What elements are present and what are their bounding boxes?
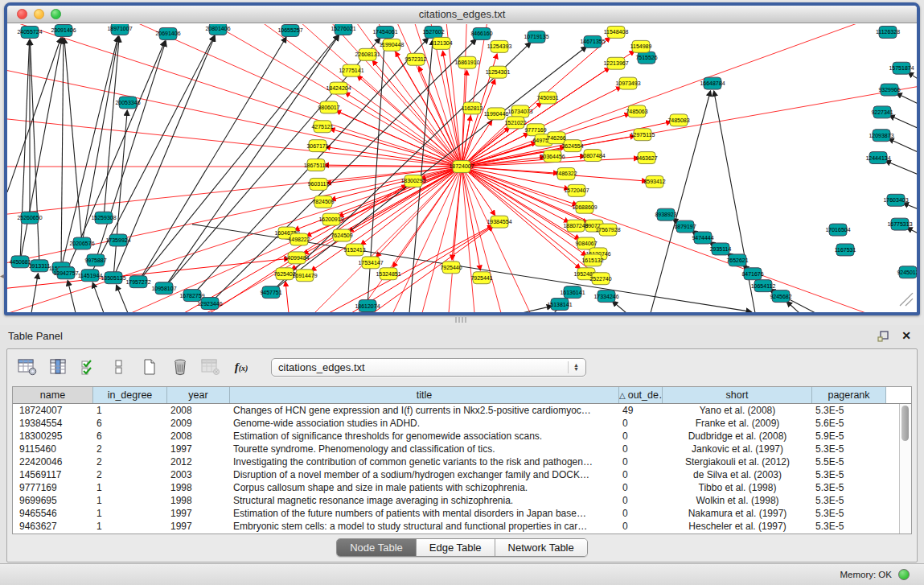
network-node[interactable]: 17334246 [593, 290, 618, 303]
network-node[interactable]: 1167531 [835, 244, 856, 256]
network-node[interactable]: 10719135 [524, 31, 548, 43]
network-node[interactable]: 3624554 [561, 140, 583, 152]
network-node[interactable]: 9806017 [318, 101, 339, 113]
table-row[interactable]: 1830029562008Estimation of significance … [13, 430, 911, 443]
select-all-icon[interactable] [78, 356, 99, 377]
network-node[interactable]: 7485083 [667, 114, 689, 126]
network-node[interactable]: 2522740 [589, 273, 611, 285]
column-header-in_degree[interactable]: in_degree [93, 387, 167, 403]
deselect-all-icon[interactable] [109, 356, 129, 377]
network-node[interactable]: 24055724 [17, 26, 42, 38]
network-node[interactable]: 11990446 [484, 108, 509, 120]
network-node[interactable]: 9227341 [871, 106, 893, 118]
network-node[interactable]: 7925440 [440, 262, 462, 274]
network-node[interactable]: 16648784 [700, 77, 725, 89]
window-titlebar[interactable]: citations_edges.txt [7, 6, 917, 23]
network-node[interactable]: 20801406 [205, 24, 230, 35]
network-node[interactable]: 7824509 [312, 196, 334, 208]
network-node[interactable]: 16136141 [560, 286, 585, 299]
close-window-button[interactable] [17, 9, 27, 19]
network-node[interactable]: 9572312 [405, 53, 426, 65]
table-row[interactable]: 911546021997Tourette syndrome. Phenomeno… [13, 443, 911, 455]
network-node[interactable]: 7450931 [536, 92, 558, 104]
delete-table-icon[interactable] [200, 356, 221, 377]
network-node[interactable]: 2935114 [710, 243, 732, 255]
network-node[interactable]: 20691406 [155, 27, 180, 39]
network-node[interactable]: 4275121 [311, 121, 333, 133]
network-node[interactable]: 12923446 [197, 298, 222, 310]
zoom-window-button[interactable] [51, 9, 61, 19]
network-node[interactable]: 18675113 [304, 159, 329, 171]
network-node[interactable]: 7624509 [331, 229, 352, 241]
network-node[interactable]: 11126328 [876, 26, 900, 38]
minimize-window-button[interactable] [34, 9, 44, 19]
function-builder-icon[interactable]: f(x) [231, 356, 252, 377]
network-node[interactable]: 17534147 [358, 257, 383, 269]
network-node[interactable]: 16861910 [454, 56, 479, 68]
network-node[interactable]: 6879197 [674, 220, 696, 233]
network-node[interactable]: 746266 [547, 132, 565, 144]
network-node[interactable]: 7485063 [626, 105, 647, 117]
network-node[interactable]: 11990448 [380, 39, 405, 51]
network-node[interactable]: 9245682 [770, 290, 791, 303]
network-node[interactable]: 20053346 [115, 97, 140, 109]
network-node[interactable]: 22608131 [355, 48, 380, 60]
table-mode-icon[interactable] [17, 356, 38, 377]
network-node[interactable]: 10973493 [615, 77, 640, 89]
network-node[interactable]: 1154989 [630, 40, 652, 52]
network-node[interactable]: 20364456 [540, 150, 565, 163]
network-node[interactable]: 16734073 [507, 105, 532, 117]
network-node[interactable]: 9457751 [260, 286, 281, 299]
network-node[interactable]: 1498222 [288, 233, 310, 245]
table-row[interactable]: 1872400712008Changes of HCN gene express… [13, 404, 911, 417]
show-columns-icon[interactable] [47, 356, 68, 377]
network-node[interactable]: 8593412 [643, 175, 665, 187]
network-node[interactable]: 9474444 [692, 232, 713, 244]
network-node[interactable]: 16200919 [318, 213, 343, 225]
network-node[interactable]: 1162813 [462, 102, 483, 114]
network-node[interactable]: 11548408 [604, 26, 629, 38]
network-node[interactable]: 15324851 [376, 268, 400, 280]
panel-collapse-arrow[interactable]: ◂ [0, 272, 4, 280]
network-node[interactable]: 16775313 [887, 218, 912, 230]
network-node[interactable]: 3067171 [306, 140, 328, 152]
network-node[interactable]: 19384554 [487, 216, 511, 228]
network-node[interactable]: 7652621 [726, 254, 748, 266]
column-header-name[interactable]: name [13, 387, 93, 403]
network-node[interactable]: 9245012 [897, 266, 917, 278]
memory-ok-indicator[interactable] [898, 569, 910, 580]
network-node[interactable]: 1527602 [422, 26, 444, 38]
table-select-dropdown[interactable]: citations_edges.txt ▲▼ [271, 358, 586, 377]
network-node[interactable]: 11254393 [487, 40, 512, 52]
float-panel-icon[interactable] [877, 330, 890, 343]
tab-node-table[interactable]: Node Table [337, 539, 417, 556]
network-node[interactable]: 9975887 [84, 254, 106, 266]
network-node[interactable]: 7515526 [635, 51, 657, 64]
network-node[interactable]: 3913311 [29, 260, 51, 272]
close-panel-icon[interactable]: ✕ [901, 329, 911, 342]
network-node[interactable]: 4450681 [9, 256, 31, 268]
network-node[interactable]: 14099484 [284, 252, 309, 264]
network-node[interactable]: 13942757 [53, 267, 78, 279]
network-node[interactable]: 8121304 [430, 37, 452, 49]
resize-grip-icon[interactable] [900, 293, 913, 306]
column-header-short[interactable]: short [663, 387, 812, 403]
network-node[interactable]: 10688609 [572, 201, 597, 213]
table-row[interactable]: 946362711997Embryonic stem cells: a mode… [13, 520, 911, 533]
network-node[interactable]: 17603403 [883, 194, 908, 206]
network-node[interactable]: 17957272 [125, 276, 150, 288]
network-node[interactable]: 17567928 [595, 224, 620, 236]
network-node[interactable]: 8938923 [655, 208, 676, 220]
network-node[interactable]: 9603117 [308, 178, 330, 190]
citation-network-graph[interactable]: 2405572423091406189710072069140620801406… [7, 24, 917, 312]
network-node[interactable]: 23091406 [51, 24, 76, 36]
table-row[interactable]: 969969511998Structural magnetic resonanc… [13, 494, 911, 507]
network-node[interactable]: 15720407 [564, 184, 589, 196]
network-node[interactable]: 9463627 [635, 152, 657, 164]
network-node[interactable]: 9152413 [343, 244, 365, 256]
tab-edge-table[interactable]: Edge Table [417, 539, 495, 556]
network-node[interactable]: 18971007 [107, 24, 132, 35]
network-node[interactable]: 9329966 [878, 84, 900, 96]
network-canvas[interactable]: 2405572423091406189710072069140620801406… [7, 24, 917, 312]
column-header-pagerank[interactable]: pagerank [812, 387, 886, 403]
